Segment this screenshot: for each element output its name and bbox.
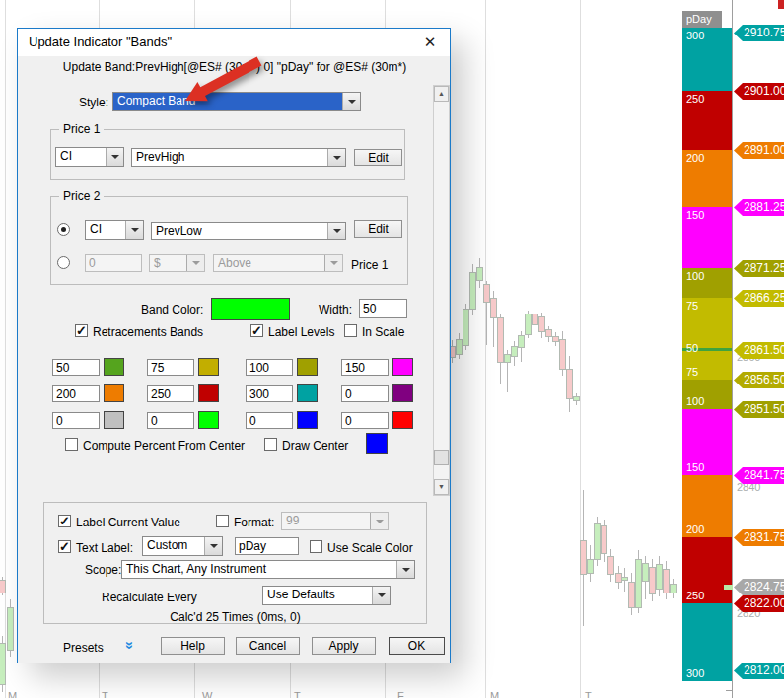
recalculate-label: Recalculate Every xyxy=(102,591,197,604)
text-label-input[interactable] xyxy=(235,537,299,555)
candlestick xyxy=(497,317,504,363)
price2-edit-button[interactable]: Edit xyxy=(354,220,402,238)
price2-direction-dropdown[interactable]: Above xyxy=(213,254,343,272)
x-axis-day-label: T xyxy=(102,690,108,698)
retracement-percent-input[interactable] xyxy=(52,385,100,402)
retracement-percent-input[interactable] xyxy=(147,385,194,402)
recalculate-dropdown[interactable]: Use Defaults xyxy=(262,586,391,605)
retracement-percent-input[interactable] xyxy=(147,412,194,429)
use-scale-color-checkbox[interactable] xyxy=(310,540,322,553)
retracement-color-swatch[interactable] xyxy=(392,411,413,429)
retracement-color-swatch[interactable] xyxy=(297,411,318,429)
retracement-color-swatch[interactable] xyxy=(104,384,124,402)
candlestick xyxy=(642,563,649,582)
chevron-down-icon[interactable] xyxy=(186,255,204,271)
retracement-color-swatch[interactable] xyxy=(297,358,318,376)
price-tag: 2901.00 xyxy=(734,83,784,100)
chevron-down-icon[interactable] xyxy=(396,561,414,578)
retracement-percent-input[interactable] xyxy=(147,359,194,376)
retracement-percent-input[interactable] xyxy=(52,359,100,376)
candlestick xyxy=(607,556,614,575)
dialog-title: Update Indicator "Bands" xyxy=(29,35,172,49)
band-color-swatch[interactable] xyxy=(211,298,290,320)
retracement-color-swatch[interactable] xyxy=(198,384,219,402)
price1-edit-button[interactable]: Edit xyxy=(354,149,402,166)
price1-study-dropdown[interactable]: PrevHigh xyxy=(131,148,346,167)
scroll-down-icon[interactable]: ▼ xyxy=(434,479,449,495)
ok-button[interactable]: OK xyxy=(389,637,445,655)
help-button[interactable]: Help xyxy=(161,637,225,655)
price2-study-radio[interactable] xyxy=(57,223,70,236)
dialog-scrollbar[interactable]: ▲ ▼ xyxy=(433,85,450,496)
retracement-color-swatch[interactable] xyxy=(392,384,413,402)
price2-offset-radio[interactable] xyxy=(57,256,70,269)
text-label-mode-dropdown[interactable]: Custom xyxy=(142,536,223,556)
draw-center-color-swatch[interactable] xyxy=(366,433,388,454)
retracement-percent-input[interactable] xyxy=(246,412,293,429)
retracement-percent-input[interactable] xyxy=(341,412,389,429)
last-price-marker xyxy=(724,585,733,590)
presets-button[interactable]: Presets xyxy=(63,641,104,655)
in-scale-checkbox[interactable] xyxy=(344,324,357,337)
candlestick xyxy=(532,314,538,325)
candlestick xyxy=(490,298,497,318)
retracement-color-swatch[interactable] xyxy=(198,358,219,376)
format-dropdown[interactable]: 99 xyxy=(281,512,389,530)
retracements-bands-checkbox[interactable] xyxy=(75,324,88,337)
chevron-down-icon[interactable] xyxy=(324,255,342,271)
retracement-percent-input[interactable] xyxy=(341,385,389,402)
band-level-label: 200 xyxy=(686,524,704,535)
scroll-up-icon[interactable]: ▲ xyxy=(434,86,449,102)
chevron-down-icon[interactable] xyxy=(370,513,388,529)
retracement-band: 100 xyxy=(682,268,732,298)
chevron-down-icon[interactable] xyxy=(204,537,222,555)
label-current-value-checkbox[interactable] xyxy=(58,515,71,527)
label-levels-checkbox[interactable] xyxy=(250,324,263,337)
retracement-color-swatch[interactable] xyxy=(104,411,124,429)
retracement-percent-input[interactable] xyxy=(246,385,293,402)
retracement-band: 300 xyxy=(682,28,732,91)
text-label-checkbox[interactable] xyxy=(58,540,71,553)
format-checkbox[interactable] xyxy=(216,515,229,527)
apply-button[interactable]: Apply xyxy=(312,637,376,655)
candlestick xyxy=(463,309,469,346)
chevron-down-icon[interactable] xyxy=(372,587,390,604)
retracement-percent-input[interactable] xyxy=(52,412,100,429)
price2-unit-dropdown[interactable]: $ xyxy=(149,254,205,272)
retracement-color-swatch[interactable] xyxy=(198,411,219,429)
price1-source-dropdown[interactable]: CI xyxy=(55,147,124,167)
presets-chevron-icon[interactable]: » xyxy=(122,641,139,649)
close-icon[interactable]: ✕ xyxy=(420,33,440,52)
chevron-down-icon[interactable] xyxy=(342,93,360,110)
chevron-down-icon[interactable] xyxy=(125,221,143,239)
dialog-titlebar[interactable]: Update Indicator "Bands" ✕ xyxy=(18,29,450,56)
compute-percent-checkbox[interactable] xyxy=(65,438,78,451)
style-dropdown[interactable]: Compact Band xyxy=(112,92,361,111)
retracements-bands-label: Retracements Bands xyxy=(93,325,203,339)
format-label: Format: xyxy=(234,516,274,529)
draw-center-checkbox[interactable] xyxy=(264,438,277,451)
retracement-band: 150 xyxy=(682,207,732,268)
retracement-color-swatch[interactable] xyxy=(392,358,413,376)
candlestick xyxy=(635,559,642,608)
width-input[interactable] xyxy=(359,299,407,318)
price2-offset-input[interactable] xyxy=(85,254,142,272)
price2-ref-label: Price 1 xyxy=(351,258,388,272)
chevron-down-icon[interactable] xyxy=(327,149,345,166)
candlestick xyxy=(511,346,518,357)
retracement-band: 200 xyxy=(682,475,732,537)
recalculate-value: Use Defaults xyxy=(263,587,372,604)
retracement-percent-input[interactable] xyxy=(246,359,293,376)
retracement-percent-input[interactable] xyxy=(341,359,389,376)
price2-source-dropdown[interactable]: CI xyxy=(85,220,144,240)
price2-study-dropdown[interactable]: PrevLow xyxy=(151,222,346,240)
scrollbar-thumb[interactable] xyxy=(434,450,449,465)
retracement-color-swatch[interactable] xyxy=(297,384,318,402)
retracement-color-swatch[interactable] xyxy=(104,358,124,376)
x-axis-day-label: W xyxy=(202,690,212,698)
scope-dropdown[interactable]: This Chart, Any Instrument xyxy=(121,560,415,579)
draw-center-label: Draw Center xyxy=(282,439,348,453)
chevron-down-icon[interactable] xyxy=(106,148,123,166)
cancel-button[interactable]: Cancel xyxy=(236,637,300,655)
chevron-down-icon[interactable] xyxy=(327,223,345,239)
